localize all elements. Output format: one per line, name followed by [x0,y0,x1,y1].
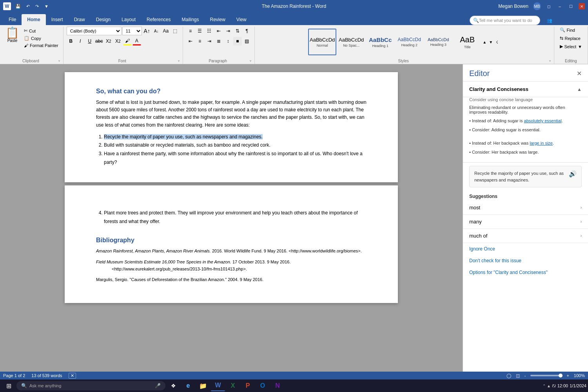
view-web-icon[interactable]: ◫ [516,373,520,378]
style-heading3[interactable]: AaBbCcDd Heading 3 [424,29,452,55]
view-normal-icon[interactable]: ◯ [506,373,511,378]
dont-check-btn[interactable]: Don't check for this issue [463,255,588,267]
taskbar-file-explorer[interactable]: 📁 [196,380,210,391]
font-size-select[interactable]: 11 [122,27,142,35]
align-right-btn[interactable]: ⇥ [205,37,214,45]
decrease-indent-btn[interactable]: ⇤ [214,27,223,35]
large-in-size-link[interactable]: large in size [530,141,553,145]
increase-indent-btn[interactable]: ⇥ [224,27,232,35]
font-name-select[interactable]: Calibri (Body) [67,27,122,35]
style-normal[interactable]: AaBbCcDd Normal [308,29,336,55]
suggestion-most[interactable]: most › [463,201,588,215]
taskbar-onenote[interactable]: N [270,380,285,391]
justify-btn[interactable]: ≣ [214,37,223,45]
font-expand[interactable]: ▿ [178,59,180,63]
tab-mailings[interactable]: Mailings [176,14,204,25]
align-center-btn[interactable]: ≡ [196,37,204,45]
user-icon[interactable]: MB [533,2,541,10]
quick-undo-btn[interactable]: ↶ [25,4,31,9]
quick-save-btn[interactable]: 💾 [14,4,22,9]
quick-customize-btn[interactable]: ▼ [43,4,50,9]
taskbar-task-view[interactable]: ❖ [166,380,180,391]
style-heading2[interactable]: AaBbCcDd Heading 2 [395,29,423,55]
restore-btn[interactable]: ◻ [546,3,552,9]
maximize-btn[interactable]: ☐ [568,3,574,9]
clear-format-btn[interactable]: ⬚ [171,27,180,35]
paragraph-expand[interactable]: ▿ [250,59,251,63]
share-button[interactable]: 👥 Megan Bowen [543,16,585,25]
document-area[interactable]: So, what can you do? Some of what is los… [0,64,463,372]
underline-button[interactable]: U [85,37,94,45]
taskbar-mic-icon[interactable]: 🎤 [155,383,161,388]
taskbar-excel[interactable]: X [226,380,240,391]
taskbar-edge[interactable]: e [181,380,195,391]
show-formatting-btn[interactable]: ¶ [243,27,251,35]
tab-layout[interactable]: Layout [116,14,141,25]
style-heading1[interactable]: AaBbCc Heading 1 [366,29,394,55]
tab-references[interactable]: References [141,14,176,25]
italic-button[interactable]: I [76,37,85,45]
tab-review[interactable]: Review [205,14,231,25]
border-btn[interactable]: ▧ [243,37,251,45]
zoom-plus[interactable]: + [566,373,569,378]
suggestion-much-of[interactable]: much of › [463,229,588,243]
replace-button[interactable]: ⇆ Replace [557,35,583,42]
minimize-btn[interactable]: – [557,3,563,9]
styles-scroll-down[interactable]: ▼ [488,29,494,55]
ribbon-search-box[interactable]: 🔍 Tell me what you want to do [470,16,540,25]
tab-draw[interactable]: Draw [69,14,91,25]
speaker-button[interactable]: 🔊 [569,170,577,178]
quick-redo-btn[interactable]: ↷ [34,4,40,9]
bold-button[interactable]: B [67,37,75,45]
cut-button[interactable]: ✄ Cut [22,27,60,34]
align-left-btn[interactable]: ⇤ [186,37,195,45]
sort-btn[interactable]: ⇅ [233,27,242,35]
taskbar-powerpoint[interactable]: P [241,380,255,391]
select-button[interactable]: ▶ Select ▼ [557,43,584,50]
styles-scroll-up[interactable]: ▲ [481,29,488,55]
copy-button[interactable]: 📋 Copy [22,35,60,42]
editor-close-btn[interactable]: ✕ [577,70,582,77]
suggestion-many[interactable]: many › [463,215,588,229]
zoom-slider[interactable] [530,375,562,376]
taskbar-word[interactable]: W [211,380,225,391]
paste-button[interactable]: 📋 Paste [3,27,22,44]
options-btn[interactable]: Options for "Clarity and Conciseness" [463,267,588,278]
bullets-btn[interactable]: ≡ [186,27,195,35]
line-spacing-btn[interactable]: ↕ [224,37,232,45]
ignore-once-btn[interactable]: Ignore Once [463,243,588,255]
tab-home[interactable]: Home [22,14,45,25]
multilevel-btn[interactable]: ☷ [205,27,214,35]
start-button[interactable]: ⊞ [2,380,16,391]
style-no-spacing[interactable]: AaBbCcDd No Spac... [337,29,365,55]
absolutely-essential-link[interactable]: absolutely essential [524,118,562,123]
zoom-minus[interactable]: - [524,373,526,378]
editor-scroll-area[interactable]: Clarity and Conciseness ▲ Consider using… [463,82,588,372]
text-highlight-btn[interactable]: 🖌 [123,37,132,45]
styles-more[interactable]: ☇ [494,29,500,55]
grow-font-btn[interactable]: A↑ [143,27,151,35]
clipboard-expand[interactable]: ▿ [58,59,60,63]
format-painter-button[interactable]: 🖌 Format Painter [22,42,60,49]
tab-design[interactable]: Design [91,14,116,25]
taskbar-search-box[interactable]: 🔍 Ask me anything 🎤 [16,381,165,390]
shading-btn[interactable]: ■ [233,37,242,45]
numbering-btn[interactable]: ☰ [196,27,204,35]
tab-view[interactable]: View [231,14,252,25]
close-spelling-btn[interactable]: ✕ [69,373,76,379]
change-case-btn[interactable]: Aa [162,27,170,35]
tab-file[interactable]: File [3,14,22,25]
styles-expand[interactable]: ▿ [549,59,551,63]
close-btn[interactable]: ✕ [579,3,585,9]
find-button[interactable]: 🔍 Find [557,27,577,33]
font-color-btn[interactable]: A [132,37,141,45]
shrink-font-btn[interactable]: A↓ [152,27,161,35]
taskbar-outlook[interactable]: O [256,380,270,391]
superscript-button[interactable]: X2 [114,37,122,45]
strikethrough-button[interactable]: abc [95,37,103,45]
style-title[interactable]: AaB Title [453,29,481,55]
zoom-thumb[interactable] [559,374,563,377]
clarity-section-header[interactable]: Clarity and Conciseness ▲ [463,82,588,97]
subscript-button[interactable]: X2 [104,37,113,45]
tab-insert[interactable]: Insert [46,14,69,25]
